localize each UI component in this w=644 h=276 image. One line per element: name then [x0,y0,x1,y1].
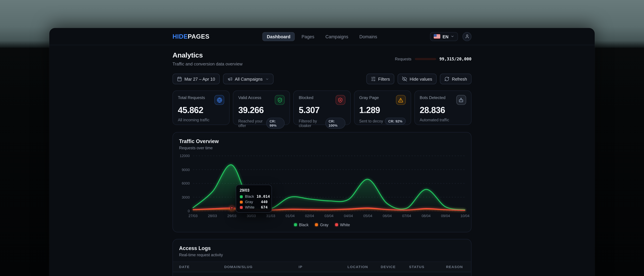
stats-row: Total Requests45.862All incoming traffic… [172,90,472,125]
logo-primary: HIDE [172,33,188,40]
access-logs-card: Access Logs Real-time request activity D… [172,239,472,276]
page-header: Analytics Traffic and conversion data ov… [172,52,472,66]
legend-dot [335,223,338,226]
tooltip-row: Black10.014 [240,194,268,199]
x-axis-label: 30/03 [247,214,256,218]
chart-legend: BlackGrayWhite [179,222,465,227]
chart-tooltip: 29/03 Black10.014Gray440White674 [236,185,272,212]
stat-value: 45.862 [178,105,224,115]
y-axis: 030006000900012000 [179,156,193,211]
x-axis-label: 03/04 [324,214,334,218]
y-axis-label: 12000 [180,154,190,158]
requests-usage-label: Requests [395,57,412,61]
legend-item-gray[interactable]: Gray [315,222,328,227]
tooltip-row: White674 [240,205,268,209]
stat-card-total-requests: Total Requests45.862All incoming traffic [172,90,230,125]
x-axis-label: 10/04 [460,214,470,218]
column-header-location: LOCATION [348,262,381,272]
controls-left: Mar 27 – Apr 10 All Campaigns [172,74,274,84]
stat-label: Valid Access [238,96,261,100]
stat-caption: All incoming traffic [178,118,209,122]
megaphone-icon [228,76,232,81]
x-axis-label: 02/04 [305,214,314,218]
chart-area: 030006000900012000 29/03 Black10.014Gray… [179,156,465,219]
nav-item-dashboard[interactable]: Dashboard [262,32,295,41]
requests-usage-bar [415,58,436,60]
stat-icon-box [275,95,285,105]
filters-button[interactable]: Filters [366,74,394,84]
table-header-row: DATEDOMAIN/SLUGIPLOCATIONDEVICESTATUSREA… [173,262,471,272]
conversion-rate-badge: CR: 99% [266,118,285,129]
column-header-date: DATE [173,262,224,272]
nav-item-pages[interactable]: Pages [297,32,319,41]
language-selector[interactable]: EN [430,32,458,41]
stat-value: 1.289 [359,105,406,115]
column-header-reason: REASON [446,262,471,272]
requests-usage: Requests 99,315/20,000 [395,57,472,61]
stat-value: 39.266 [238,105,285,115]
main-nav: DashboardPagesCampaignsDomains [262,32,382,41]
eye-off-icon [402,76,407,81]
sliders-icon [371,76,376,81]
conversion-rate-badge: CR: 92% [385,118,406,125]
nav-item-campaigns[interactable]: Campaigns [321,32,353,41]
x-axis-label: 31/03 [266,214,275,218]
main-content: Analytics Traffic and conversion data ov… [172,52,472,276]
stat-label: Bots Detected [420,96,446,100]
navbar-right: EN [430,32,472,41]
x-axis-label: 04/04 [344,214,353,218]
hide-values-button[interactable]: Hide values [398,74,436,84]
refresh-button[interactable]: Refresh [440,74,472,84]
stat-card-blocked: Blocked5.307Filtered by cloakerCR: 100% [293,90,350,125]
date-range-button[interactable]: Mar 27 – Apr 10 [172,74,220,84]
x-axis-label: 29/03 [227,214,236,218]
logs-subtitle: Real-time request activity [179,252,465,257]
page-subtitle: Traffic and conversion data overview [172,61,242,66]
hide-values-label: Hide values [410,76,432,81]
log-reason: Bot [446,272,471,276]
chart-plot[interactable]: 29/03 Black10.014Gray440White674 [193,156,465,211]
controls-right: Filters Hide values Refresh [366,74,472,84]
legend-dot [294,223,297,226]
user-menu-button[interactable] [462,32,472,41]
page-title: Analytics [172,52,242,60]
campaign-filter-button[interactable]: All Campaigns [223,74,274,84]
campaign-filter-label: All Campaigns [235,76,263,81]
chart-subtitle: Requests over time [179,146,465,150]
alert-triangle-icon [398,97,404,103]
column-header-device: DEVICE [381,262,409,272]
chart-title: Traffic Overview [179,139,465,144]
language-code: EN [442,34,448,39]
stat-card-bots-detected: Bots Detected28.836Automated traffic [414,90,472,125]
controls-row: Mar 27 – Apr 10 All Campaigns Filters [172,74,472,84]
legend-dot [315,223,318,226]
shield-check-icon [277,97,282,103]
x-axis-label: 07/04 [402,214,411,218]
stat-caption: Reached your offer [238,119,266,128]
tooltip-date: 29/03 [240,188,268,192]
log-date: 10/04 01:00 [173,272,224,276]
chevron-down-icon [266,77,269,81]
stat-label: Gray Page [359,96,379,100]
user-icon [465,34,469,39]
x-axis-label: 28/03 [208,214,217,218]
stat-icon-box [456,95,466,105]
log-row[interactable]: 10/04 01:00medicorporation.site/new-v317… [173,272,471,276]
filters-label: Filters [378,76,390,81]
brand-logo[interactable]: HIDEPAGES [172,33,210,40]
stat-value: 28.836 [420,105,466,115]
stat-card-gray-page: Gray Page1.289Sent to decoyCR: 92% [354,90,411,125]
x-axis-label: 01/04 [286,214,295,218]
x-axis-label: 27/03 [188,214,198,218]
y-axis-label: 3000 [182,195,190,199]
access-logs-table: DATEDOMAIN/SLUGIPLOCATIONDEVICESTATUSREA… [173,261,471,276]
nav-item-domains[interactable]: Domains [355,32,382,41]
globe-icon [217,97,222,103]
legend-item-white[interactable]: White [335,222,350,227]
legend-item-black[interactable]: Black [294,222,308,227]
top-navbar: HIDEPAGES DashboardPagesCampaignsDomains… [49,28,595,45]
stat-caption: Sent to decoy [359,119,383,123]
logs-title: Access Logs [179,245,465,251]
bot-icon [458,97,464,103]
refresh-label: Refresh [452,76,467,81]
